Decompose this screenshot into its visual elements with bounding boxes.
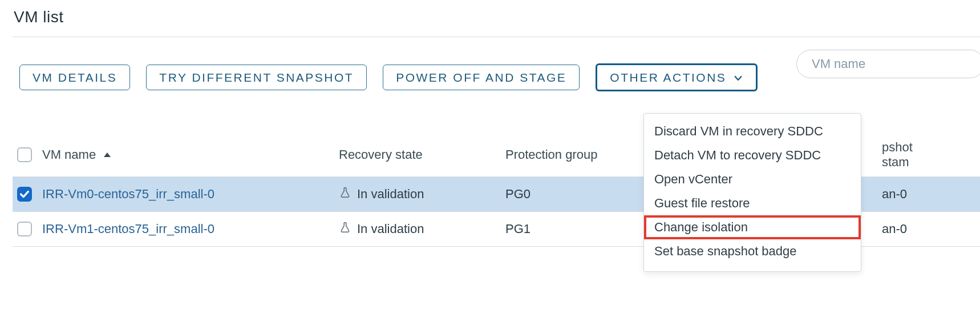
menu-item-guest-file-restore[interactable]: Guest file restore bbox=[644, 191, 861, 215]
column-header-protection-group[interactable]: Protection group bbox=[505, 147, 654, 162]
flask-icon bbox=[339, 186, 351, 202]
row-checkbox[interactable] bbox=[17, 222, 32, 236]
vm-name-link[interactable]: IRR-Vm0-centos75_irr_small-0 bbox=[42, 187, 214, 202]
vm-details-button[interactable]: VM DETAILS bbox=[19, 65, 130, 90]
title-divider bbox=[13, 37, 980, 37]
menu-item-set-base-snapshot-badge[interactable]: Set base snapshot badge bbox=[644, 239, 861, 263]
select-all-checkbox[interactable] bbox=[17, 147, 32, 162]
menu-item-detach-vm-to-recovery-sddc[interactable]: Detach VM to recovery SDDC bbox=[644, 143, 861, 167]
row-checkbox[interactable] bbox=[17, 187, 32, 202]
other-actions-button[interactable]: OTHER ACTIONS bbox=[596, 63, 758, 91]
other-actions-label: OTHER ACTIONS bbox=[610, 71, 726, 85]
try-different-snapshot-button[interactable]: TRY DIFFERENT SNAPSHOT bbox=[146, 65, 367, 90]
recovery-state-text: In validation bbox=[357, 187, 424, 202]
recovery-state-text: In validation bbox=[357, 222, 424, 236]
menu-item-open-vcenter[interactable]: Open vCenter bbox=[644, 167, 861, 191]
flask-icon bbox=[339, 221, 351, 237]
search-input[interactable] bbox=[811, 56, 967, 72]
column-header-label: VM name bbox=[42, 147, 96, 162]
column-header-recovery-state[interactable]: Recovery state bbox=[339, 147, 505, 162]
other-actions-menu: Discard VM in recovery SDDCDetach VM to … bbox=[643, 113, 861, 272]
protection-group-text: PG0 bbox=[505, 187, 654, 202]
column-header-vm-name[interactable]: VM name bbox=[42, 147, 339, 162]
menu-item-change-isolation[interactable]: Change isolation bbox=[644, 215, 861, 239]
protection-group-text: PG1 bbox=[505, 222, 654, 236]
page-title: VM list bbox=[14, 8, 980, 26]
chevron-down-icon bbox=[733, 73, 743, 83]
vm-name-search[interactable] bbox=[796, 50, 980, 78]
sort-asc-icon bbox=[104, 153, 111, 157]
vm-name-link[interactable]: IRR-Vm1-centos75_irr_small-0 bbox=[42, 222, 214, 236]
menu-item-discard-vm-in-recovery-sddc[interactable]: Discard VM in recovery SDDC bbox=[644, 119, 861, 143]
power-off-and-stage-button[interactable]: POWER OFF AND STAGE bbox=[383, 65, 580, 90]
